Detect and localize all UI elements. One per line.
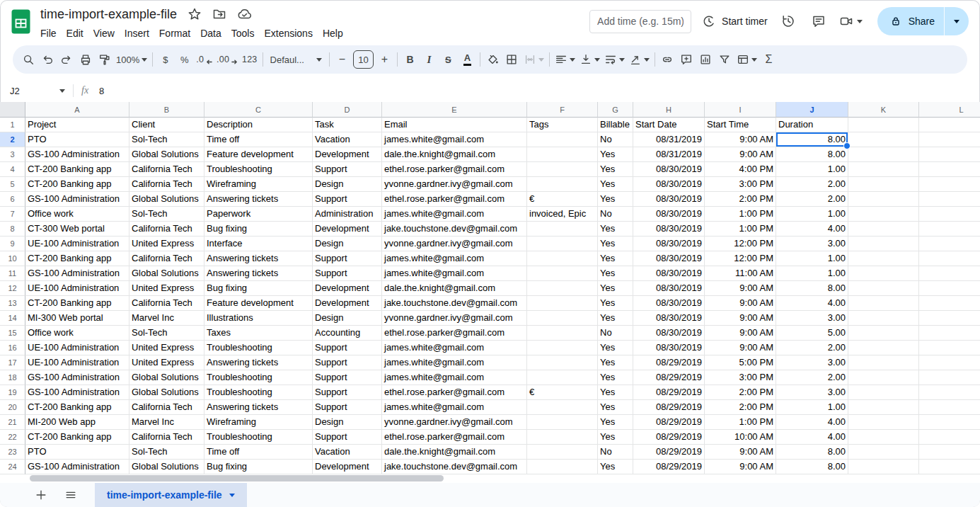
cell-H15[interactable]: 08/30/2019	[633, 326, 705, 341]
cell-J1[interactable]: Duration	[776, 118, 848, 132]
cell-L2[interactable]	[919, 132, 980, 147]
cell-L10[interactable]	[919, 251, 980, 266]
cell-H22[interactable]: 08/29/2019	[633, 430, 705, 445]
cell-H21[interactable]: 08/29/2019	[633, 415, 705, 430]
cell-F2[interactable]	[527, 132, 598, 147]
cell-D8[interactable]: Development	[313, 222, 382, 237]
share-button[interactable]: Share	[877, 7, 944, 35]
cell-L24[interactable]	[919, 460, 980, 474]
meet-button[interactable]	[839, 14, 863, 28]
star-icon[interactable]	[188, 7, 202, 21]
cell-K16[interactable]	[848, 341, 919, 355]
cell-A9[interactable]: UE-100 Administration	[25, 237, 129, 251]
cell-L17[interactable]	[919, 355, 980, 370]
cell-K15[interactable]	[848, 326, 919, 341]
row-header-18[interactable]: 18	[0, 370, 25, 385]
decrease-decimal-button[interactable]: .0	[194, 50, 214, 69]
cell-A4[interactable]: CT-200 Banking app	[25, 162, 129, 177]
cell-H14[interactable]: 08/30/2019	[633, 311, 705, 326]
cell-A17[interactable]: UE-100 Administration	[25, 355, 129, 370]
cell-C12[interactable]: Bug fixing	[204, 281, 313, 296]
cell-L11[interactable]	[919, 266, 980, 281]
cell-E6[interactable]: ethel.rose.parker@gmail.com	[382, 192, 527, 207]
cell-L14[interactable]	[919, 311, 980, 326]
row-header-8[interactable]: 8	[0, 222, 25, 237]
row-header-4[interactable]: 4	[0, 162, 25, 177]
column-header-B[interactable]: B	[129, 102, 204, 118]
cell-K23[interactable]	[848, 445, 919, 460]
text-wrap-icon[interactable]	[602, 50, 627, 69]
cell-G3[interactable]: Yes	[598, 147, 633, 162]
cell-D13[interactable]: Development	[313, 296, 382, 311]
cell-E21[interactable]: yvonne.gardner.ivy@gmail.com	[382, 415, 527, 430]
cell-C4[interactable]: Troubleshooting	[204, 162, 313, 177]
cell-I8[interactable]: 1:00 PM	[705, 222, 776, 237]
create-filter-icon[interactable]	[715, 50, 734, 69]
cell-K22[interactable]	[848, 430, 919, 445]
cell-A11[interactable]: GS-100 Administration	[25, 266, 129, 281]
font-select[interactable]: Defaul...	[266, 50, 326, 69]
column-header-E[interactable]: E	[382, 102, 527, 118]
cell-B20[interactable]: California Tech	[129, 400, 204, 415]
cell-E1[interactable]: Email	[382, 118, 527, 132]
redo-icon[interactable]	[57, 50, 76, 69]
cell-I5[interactable]: 3:00 PM	[705, 177, 776, 192]
cell-K10[interactable]	[848, 251, 919, 266]
row-header-17[interactable]: 17	[0, 355, 25, 370]
bold-button[interactable]: B	[400, 50, 420, 69]
row-header-12[interactable]: 12	[0, 281, 25, 296]
cell-F7[interactable]: invoiced, Epic	[527, 207, 598, 222]
row-header-3[interactable]: 3	[0, 147, 25, 162]
cell-E12[interactable]: dale.the.knight@gmail.com	[382, 281, 527, 296]
paint-format-icon[interactable]	[95, 50, 114, 69]
cell-J10[interactable]: 1.00	[776, 251, 848, 266]
cell-E16[interactable]: james.white@gmail.com	[382, 341, 527, 355]
cell-H23[interactable]: 08/29/2019	[633, 445, 705, 460]
cell-I13[interactable]: 9:00 AM	[705, 296, 776, 311]
cell-B11[interactable]: Global Solutions	[129, 266, 204, 281]
cell-I9[interactable]: 12:00 PM	[705, 237, 776, 251]
cell-F1[interactable]: Tags	[527, 118, 598, 132]
cell-K4[interactable]	[848, 162, 919, 177]
column-header-G[interactable]: G	[598, 102, 633, 118]
cell-D3[interactable]: Development	[313, 147, 382, 162]
cell-F22[interactable]	[527, 430, 598, 445]
cell-D10[interactable]: Support	[313, 251, 382, 266]
cell-B3[interactable]: Global Solutions	[129, 147, 204, 162]
cell-J14[interactable]: 3.00	[776, 311, 848, 326]
cell-J3[interactable]: 8.00	[776, 147, 848, 162]
cell-E10[interactable]: james.white@gmail.com	[382, 251, 527, 266]
cell-D18[interactable]: Support	[313, 370, 382, 385]
cell-F12[interactable]	[527, 281, 598, 296]
row-header-15[interactable]: 15	[0, 326, 25, 341]
cell-F3[interactable]	[527, 147, 598, 162]
cell-G16[interactable]: Yes	[598, 341, 633, 355]
row-header-24[interactable]: 24	[0, 460, 25, 474]
cell-A20[interactable]: CT-200 Banking app	[25, 400, 129, 415]
column-header-A[interactable]: A	[25, 102, 129, 118]
cell-D2[interactable]: Vacation	[313, 132, 382, 147]
row-header-16[interactable]: 16	[0, 341, 25, 355]
cell-G8[interactable]: Yes	[598, 222, 633, 237]
cell-K5[interactable]	[848, 177, 919, 192]
horizontal-align-icon[interactable]	[553, 50, 577, 69]
cell-J8[interactable]: 4.00	[776, 222, 848, 237]
text-rotation-icon[interactable]	[627, 50, 652, 69]
cell-F9[interactable]	[527, 237, 598, 251]
column-header-H[interactable]: H	[633, 102, 705, 118]
cell-C11[interactable]: Answering tickets	[204, 266, 313, 281]
cell-L23[interactable]	[919, 445, 980, 460]
cell-H1[interactable]: Start Date	[633, 118, 705, 132]
cell-K24[interactable]	[848, 460, 919, 474]
cell-H7[interactable]: 08/30/2019	[633, 207, 705, 222]
cell-H12[interactable]: 08/30/2019	[633, 281, 705, 296]
cell-A15[interactable]: Office work	[25, 326, 129, 341]
cell-G24[interactable]: Yes	[598, 460, 633, 474]
cell-J16[interactable]: 2.00	[776, 341, 848, 355]
cell-F17[interactable]	[527, 355, 598, 370]
cell-G2[interactable]: No	[598, 132, 633, 147]
cell-E19[interactable]: ethel.rose.parker@gmail.com	[382, 385, 527, 400]
cell-B12[interactable]: United Express	[129, 281, 204, 296]
cell-B6[interactable]: Global Solutions	[129, 192, 204, 207]
menu-extensions[interactable]: Extensions	[259, 27, 317, 40]
